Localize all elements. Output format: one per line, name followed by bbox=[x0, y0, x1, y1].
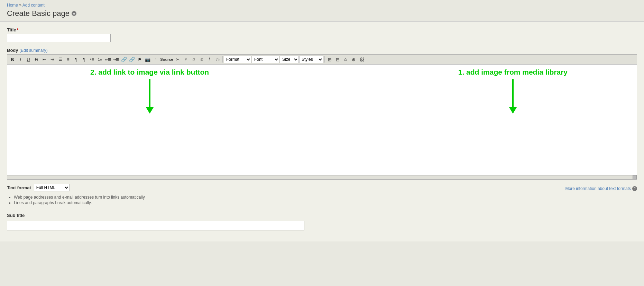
subtitle-label: Sub title bbox=[7, 213, 637, 218]
more-info-icon: ? bbox=[632, 186, 637, 191]
arrow-head-1 bbox=[146, 107, 154, 114]
underline-button[interactable]: U bbox=[25, 56, 32, 63]
editor-toolbar: B I U S ⇤ ⇥ ☰ ≡ ¶ ¶ •≡ 1≡ ⇤☰ ⇥☰ 🔗 🔗 bbox=[7, 55, 637, 65]
table-button[interactable]: ⊞ bbox=[326, 56, 333, 63]
source-button[interactable]: Source bbox=[160, 56, 174, 63]
link-button[interactable]: 🔗 bbox=[120, 56, 128, 63]
help-icon[interactable]: ● bbox=[72, 11, 76, 16]
editor-wrapper: B I U S ⇤ ⇥ ☰ ≡ ¶ ¶ •≡ 1≡ ⇤☰ ⇥☰ 🔗 🔗 bbox=[7, 54, 637, 180]
annotation-link-text: 2. add link to image via link button bbox=[90, 68, 209, 76]
align-center-button[interactable]: ⇥ bbox=[48, 56, 56, 63]
cut-button[interactable]: ✂ bbox=[174, 56, 182, 63]
image-button[interactable]: 📷 bbox=[144, 56, 151, 63]
decrease-indent-button[interactable]: ⇤☰ bbox=[104, 56, 112, 63]
more-info-link[interactable]: More information about text formats ? bbox=[565, 186, 637, 191]
format-hints: Web page addresses and e-mail addresses … bbox=[7, 195, 637, 205]
italic-button[interactable]: I bbox=[17, 56, 24, 63]
toolbar-separator-1 bbox=[222, 56, 223, 63]
format-select[interactable]: Format Heading 1 Heading 2 Heading 3 Par… bbox=[224, 56, 251, 63]
align-right-button[interactable]: ☰ bbox=[56, 56, 64, 63]
title-field-group: Title* bbox=[7, 27, 637, 42]
edit-summary-link[interactable]: (Edit summary) bbox=[19, 48, 47, 53]
page-title: Create Basic page ● bbox=[7, 9, 637, 18]
strikethrough-button[interactable]: S bbox=[33, 56, 40, 63]
paste-text-button[interactable]: ⎚ bbox=[198, 56, 205, 63]
text-format-section: Text format Full HTML Filtered HTML Plai… bbox=[7, 180, 637, 207]
paste-button[interactable]: ⎙ bbox=[190, 56, 197, 63]
outdent-button[interactable]: ¶ bbox=[72, 56, 80, 63]
table-properties-button[interactable]: ⊟ bbox=[334, 56, 341, 63]
title-label: Title* bbox=[7, 27, 637, 32]
align-justify-button[interactable]: ≡ bbox=[64, 56, 72, 63]
annotation-link-arrow bbox=[146, 79, 154, 114]
breadcrumb-add-content[interactable]: Add content bbox=[22, 3, 45, 8]
increase-indent-button[interactable]: ⇥☰ bbox=[112, 56, 120, 63]
indent-button[interactable]: ¶ bbox=[80, 56, 88, 63]
editor-scrollbar-thumb bbox=[633, 175, 637, 179]
breadcrumb-home[interactable]: Home bbox=[7, 3, 18, 8]
body-label: Body (Edit summary) bbox=[7, 48, 637, 53]
page-header: Home » Add content Create Basic page ● bbox=[0, 0, 644, 22]
format-info-row: Text format Full HTML Filtered HTML Plai… bbox=[7, 182, 637, 195]
smiley-button[interactable]: ☺ bbox=[342, 56, 349, 63]
arrow-head-2 bbox=[509, 107, 517, 114]
text-format-label: Text format bbox=[7, 185, 31, 190]
paste-word-button[interactable]: ⎛ bbox=[206, 56, 213, 63]
editor-body[interactable]: 2. add link to image via link button 1. … bbox=[7, 65, 637, 175]
editor-scrollbar[interactable] bbox=[7, 175, 637, 179]
hint-2: Lines and paragraphs break automatically… bbox=[14, 200, 637, 205]
numbered-list-button[interactable]: 1≡ bbox=[96, 56, 104, 63]
bold-button[interactable]: B bbox=[9, 56, 16, 63]
flag-button[interactable]: ⚑ bbox=[136, 56, 144, 63]
toolbar-separator-2 bbox=[324, 56, 325, 63]
annotation-media: 1. add image from media library bbox=[458, 68, 568, 114]
styles-select[interactable]: Styles bbox=[299, 56, 323, 63]
content-area: Title* Body (Edit summary) B I U S ⇤ ⇥ ☰… bbox=[0, 22, 644, 241]
hint-1: Web page addresses and e-mail addresses … bbox=[14, 195, 637, 200]
media-library-button[interactable]: 🖼 bbox=[358, 56, 365, 63]
breadcrumb: Home » Add content bbox=[7, 3, 637, 8]
text-format-select[interactable]: Full HTML Filtered HTML Plain text bbox=[34, 184, 70, 191]
arrow-shaft-2 bbox=[512, 79, 514, 107]
subtitle-field-group: Sub title bbox=[7, 213, 637, 230]
bullet-list-button[interactable]: •≡ bbox=[88, 56, 96, 63]
subtitle-input[interactable] bbox=[7, 221, 304, 230]
body-field-group: Body (Edit summary) B I U S ⇤ ⇥ ☰ ≡ ¶ ¶ bbox=[7, 48, 637, 207]
text-format-row: Text format Full HTML Filtered HTML Plai… bbox=[7, 184, 70, 191]
blockquote-button[interactable]: “ bbox=[152, 56, 159, 63]
special-char-button[interactable]: ⊕ bbox=[350, 56, 357, 63]
align-left-button[interactable]: ⇤ bbox=[40, 56, 48, 63]
unlink-button[interactable]: 🔗 bbox=[128, 56, 136, 63]
font-select[interactable]: Font Arial Georgia Times New Roman bbox=[252, 56, 279, 63]
size-select[interactable]: Size 8 10 12 14 18 24 bbox=[280, 56, 299, 63]
copy-button[interactable]: ⎘ bbox=[182, 56, 190, 63]
annotation-media-arrow bbox=[509, 79, 517, 114]
title-input[interactable] bbox=[7, 34, 111, 42]
arrow-shaft-1 bbox=[149, 79, 150, 107]
remove-format-button[interactable]: Tx bbox=[214, 56, 221, 63]
annotation-link: 2. add link to image via link button bbox=[90, 68, 209, 114]
annotation-media-text: 1. add image from media library bbox=[458, 68, 568, 76]
